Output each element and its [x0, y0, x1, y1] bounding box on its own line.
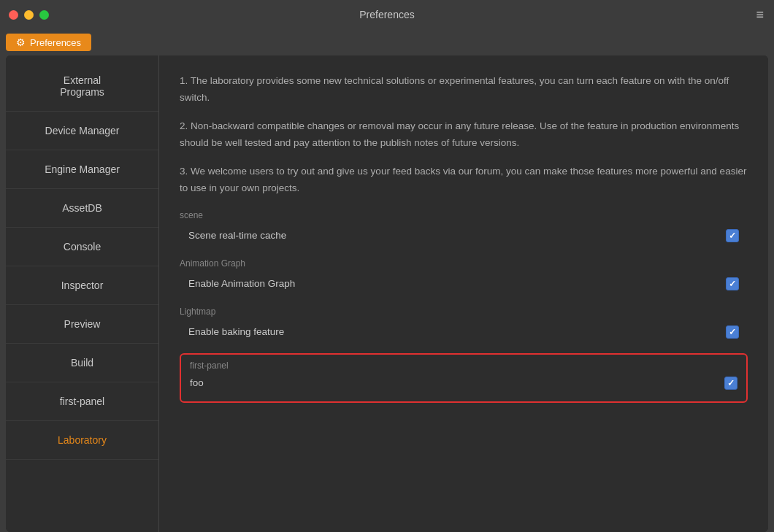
description-3: 3. We welcome users to try out and give … [180, 163, 748, 197]
setting-label-foo: foo [190, 377, 204, 388]
sidebar-item-external-programs[interactable]: External Programs [6, 61, 158, 112]
sidebar-item-console[interactable]: Console [6, 228, 158, 266]
checkbox-foo[interactable] [724, 377, 737, 390]
setting-row-enable-animation-graph: Enable Animation Graph [180, 274, 748, 293]
first-panel-section-label: first-panel [181, 361, 746, 371]
setting-label-enable-animation-graph: Enable Animation Graph [188, 278, 295, 289]
tab-bar: ⚙ Preferences [0, 29, 774, 55]
close-button[interactable] [9, 10, 18, 20]
sidebar-item-engine-manager[interactable]: Engine Manager [6, 150, 158, 189]
tab-preferences[interactable]: ⚙ Preferences [6, 34, 91, 51]
setting-label-scene-realtime-cache: Scene real-time cache [188, 230, 286, 241]
sidebar-item-assetdb[interactable]: AssetDB [6, 189, 158, 228]
checkbox-scene-realtime-cache[interactable] [726, 229, 739, 242]
setting-label-enable-baking-feature: Enable baking feature [188, 326, 284, 337]
setting-row-scene-realtime-cache: Scene real-time cache [180, 226, 748, 245]
minimize-button[interactable] [24, 10, 34, 20]
window-title: Preferences [359, 9, 414, 20]
checkbox-enable-animation-graph[interactable] [726, 277, 739, 290]
checkbox-enable-baking-feature[interactable] [726, 325, 739, 339]
window-controls[interactable] [9, 10, 49, 20]
main-container: External Programs Device Manager Engine … [6, 55, 768, 532]
section-label-animation-graph: Animation Graph [180, 258, 748, 269]
description-2: 2. Non-backward compatible changes or re… [180, 118, 748, 152]
menu-icon[interactable]: ≡ [756, 7, 764, 23]
sidebar: External Programs Device Manager Engine … [6, 55, 159, 532]
tab-preferences-label: Preferences [30, 37, 81, 48]
sidebar-item-build[interactable]: Build [6, 344, 158, 382]
first-panel-section: first-panel foo [180, 353, 748, 403]
setting-row-enable-baking-feature: Enable baking feature [180, 323, 748, 342]
preferences-icon: ⚙ [16, 36, 26, 48]
sidebar-item-first-panel[interactable]: first-panel [6, 382, 158, 421]
description-1: 1. The laboratory provides some new tech… [180, 73, 748, 107]
content-area: 1. The laboratory provides some new tech… [159, 55, 768, 532]
sidebar-item-preview[interactable]: Preview [6, 305, 158, 344]
section-label-scene: scene [180, 210, 748, 220]
sidebar-item-inspector[interactable]: Inspector [6, 266, 158, 305]
section-label-lightmap: Lightmap [180, 307, 748, 317]
setting-row-foo: foo [181, 374, 746, 393]
title-bar: Preferences ≡ [0, 0, 774, 29]
maximize-button[interactable] [39, 10, 49, 20]
sidebar-item-device-manager[interactable]: Device Manager [6, 112, 158, 150]
sidebar-item-laboratory[interactable]: Laboratory [6, 421, 158, 460]
